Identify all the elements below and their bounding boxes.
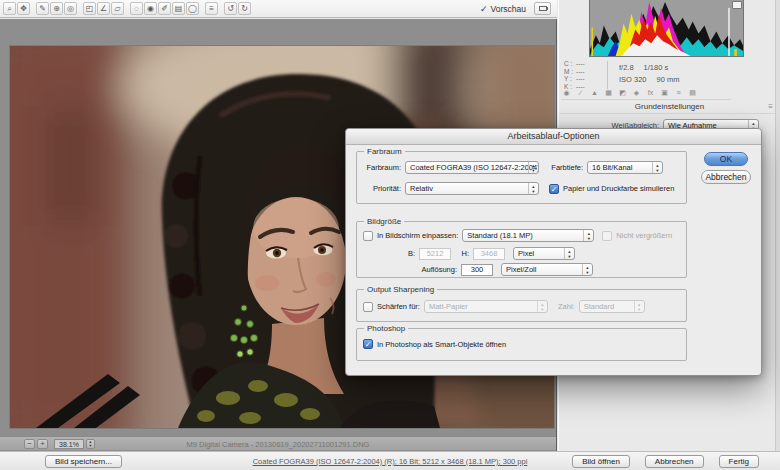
photoshop-group: Photoshop ✓ In Photoshop als Smart-Objek…: [356, 328, 687, 361]
height-label: H:: [459, 249, 469, 258]
sharpen-amount-select: Standard ▴ ▾: [579, 300, 645, 313]
hand-tool[interactable]: ✥: [17, 2, 30, 15]
panel-tab-bar: ◉ ∕ ▲ ▦ ◩ ◈ fx ▣ ≡ ▤: [561, 88, 731, 100]
highlight-clipping-indicator[interactable]: [732, 1, 742, 9]
size-preset-value: Standard (18.1 MP): [467, 231, 532, 240]
tab-presets[interactable]: ≡: [673, 88, 684, 97]
color-space-legend: Farbraum: [364, 147, 405, 156]
rendering-intent-value: Relativ: [410, 184, 433, 193]
dropdown-stepper-icon: ▴ ▾: [528, 162, 538, 173]
smart-objects-checkbox[interactable]: ✓: [363, 339, 373, 349]
width-label: B:: [405, 249, 415, 258]
check-icon: ✓: [551, 185, 558, 194]
image-size-group: Bildgröße In Bildschirm einpassen: Stand…: [356, 221, 687, 278]
panel-scrollbar[interactable]: [775, 0, 780, 451]
aperture-value: f/2.8: [619, 62, 634, 74]
done-button[interactable]: Fertig: [719, 455, 759, 468]
simulate-paper-ink-checkbox[interactable]: ✓: [549, 184, 559, 194]
sharpen-medium-value: Matt-Papier: [429, 302, 468, 311]
shutter-value: 1/180 s: [644, 62, 669, 74]
targeted-adjustment-tool[interactable]: ◎: [64, 2, 77, 15]
rotate-left-button[interactable]: ↺: [224, 2, 237, 15]
bottom-bar: Bild speichern... Coated FOGRA39 (ISO 12…: [0, 451, 780, 470]
panel-section-title: Grundeinstellungen: [559, 101, 780, 114]
spot-removal-tool[interactable]: ◌: [130, 2, 143, 15]
straighten-tool[interactable]: ∠: [97, 2, 110, 15]
resolution-input[interactable]: [461, 264, 493, 276]
fullscreen-icon: [539, 6, 547, 11]
tab-snapshots[interactable]: ▤: [687, 88, 698, 97]
sharpen-for-checkbox[interactable]: [363, 302, 373, 312]
tab-camera-calibration[interactable]: ▣: [659, 88, 670, 97]
transform-tool[interactable]: ▱: [111, 2, 124, 15]
zoom-out-button[interactable]: −: [24, 439, 35, 449]
tab-hsl-grayscale[interactable]: ▦: [603, 88, 614, 97]
tab-tone-curve[interactable]: ∕: [575, 88, 586, 97]
adjustment-brush-tool[interactable]: ✐: [158, 2, 171, 15]
cmyk-label: M :: [564, 68, 576, 76]
fit-in-view-label: In Bildschirm einpassen:: [377, 231, 458, 240]
sharpen-amount-label: Zahl:: [558, 302, 575, 311]
resolution-unit-select[interactable]: Pixel/Zoll ▴ ▾: [501, 263, 593, 276]
tool-bar: ⌕ ✥ ✎ ⊕ ◎ ◰ ∠ ▱ ◌ ◉ ✐ ▤ ◯ ≡ ↺ ↻ ✓ Vorsch…: [0, 0, 557, 18]
size-unit-select[interactable]: Pixel ▴ ▾: [513, 247, 575, 260]
dropdown-stepper-icon: ▴ ▾: [564, 248, 574, 259]
dropdown-stepper-icon: ▴ ▾: [582, 264, 592, 275]
color-space-value: Coated FOGRA39 (ISO 12647-2:2004): [410, 163, 539, 172]
output-sharpening-group: Output Sharpening Schärfen für: Matt-Pap…: [356, 289, 687, 322]
white-balance-tool[interactable]: ✎: [36, 2, 49, 15]
ok-button[interactable]: OK: [704, 152, 748, 166]
preview-label: Vorschau: [491, 4, 526, 14]
cmyk-label: C :: [564, 60, 576, 68]
cmyk-label: Y :: [564, 75, 576, 83]
cancel-button[interactable]: Abbrechen: [645, 455, 704, 468]
preview-checkbox[interactable]: ✓ Vorschau: [480, 4, 526, 14]
focal-length-value: 90 mm: [657, 74, 680, 86]
histogram-graph: [590, 0, 743, 56]
photoshop-legend: Photoshop: [364, 324, 408, 333]
resolution-label: Auflösung:: [363, 265, 457, 274]
dropdown-stepper-icon: ▴ ▾: [583, 230, 593, 241]
size-unit-value: Pixel: [518, 249, 534, 258]
rotate-right-button[interactable]: ↻: [238, 2, 251, 15]
tab-effects[interactable]: fx: [645, 88, 656, 97]
zoom-tool[interactable]: ⌕: [3, 2, 16, 15]
no-enlarge-label: Nicht vergrößern: [616, 231, 672, 240]
color-space-group: Farbraum Farbraum: Coated FOGRA39 (ISO 1…: [356, 151, 687, 204]
cmyk-value: ----: [576, 75, 585, 83]
bit-depth-select[interactable]: 16 Bit/Kanal ▴ ▾: [587, 161, 663, 174]
tab-basic[interactable]: ◉: [561, 88, 572, 97]
graduated-filter-tool[interactable]: ▤: [172, 2, 185, 15]
size-preset-select[interactable]: Standard (18.1 MP) ▴ ▾: [462, 229, 594, 242]
open-image-button[interactable]: Bild öffnen: [572, 455, 630, 468]
zoom-in-button[interactable]: +: [37, 439, 48, 449]
tab-detail[interactable]: ▲: [589, 88, 600, 97]
dropdown-stepper-icon: ▴ ▾: [537, 301, 547, 312]
color-sampler-tool[interactable]: ⊕: [50, 2, 63, 15]
zoom-level-field[interactable]: 38.1%: [54, 439, 84, 449]
width-input: [419, 248, 451, 260]
simulate-paper-ink-label: Papier und Druckfarbe simulieren: [563, 184, 674, 193]
sharpen-for-label: Schärfen für:: [377, 302, 420, 311]
cmyk-value: ----: [576, 68, 585, 76]
canvas-status-bar: M9 Digital Camera - 20130619_20202711001…: [0, 436, 556, 450]
check-icon: ✓: [480, 4, 488, 14]
dialog-title-bar[interactable]: Arbeitsablauf-Optionen: [346, 129, 761, 145]
fit-in-view-checkbox[interactable]: [363, 231, 373, 241]
tab-split-toning[interactable]: ◩: [617, 88, 628, 97]
fullscreen-toggle-button[interactable]: [534, 2, 551, 15]
radial-filter-tool[interactable]: ◯: [186, 2, 199, 15]
rendering-intent-select[interactable]: Relativ ▴ ▾: [405, 182, 539, 195]
tab-lens-corrections[interactable]: ◈: [631, 88, 642, 97]
no-enlarge-checkbox: [602, 231, 612, 241]
color-space-select[interactable]: Coated FOGRA39 (ISO 12647-2:2004) ▴ ▾: [405, 161, 539, 174]
image-size-legend: Bildgröße: [364, 217, 404, 226]
readout-divider: [607, 61, 608, 89]
red-eye-tool[interactable]: ◉: [144, 2, 157, 15]
crop-tool[interactable]: ◰: [83, 2, 96, 15]
panel-menu-icon[interactable]: ≡: [768, 101, 773, 113]
dialog-cancel-button[interactable]: Abbrechen: [701, 170, 751, 184]
iso-value: ISO 320: [619, 74, 647, 86]
zoom-level-stepper[interactable]: ▴ ▾: [86, 439, 95, 449]
preferences-button[interactable]: ≡: [205, 2, 218, 15]
